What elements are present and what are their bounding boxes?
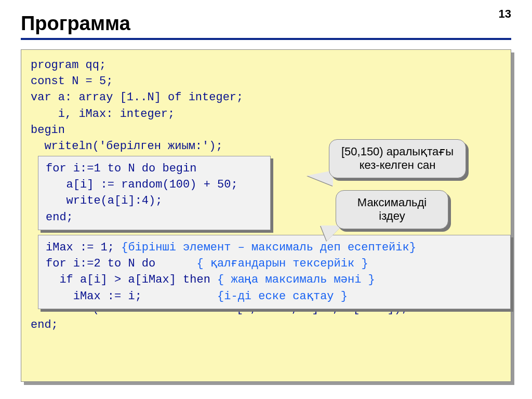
page-number: 13 xyxy=(499,7,511,21)
code-line: for i:=2 to N do { қалғандарын тексерйік… xyxy=(46,256,503,272)
code-text: for i:=2 to N do xyxy=(46,257,196,270)
code-block-find-max: iMax := 1; {бірінші элемент – максималь … xyxy=(38,235,511,309)
code-comment: { жаңа максималь мәні } xyxy=(217,273,375,286)
code-text: if a[i] > a[iMax] then xyxy=(46,273,217,286)
code-line: for i:=1 to N do begin xyxy=(46,161,263,177)
code-line: if a[i] > a[iMax] then { жаңа максималь … xyxy=(46,272,503,288)
code-line: begin xyxy=(31,122,501,138)
code-line: var a: array [1..N] of integer; xyxy=(31,89,501,105)
code-line: i, iMax: integer; xyxy=(31,106,501,122)
code-text: iMax := i; xyxy=(46,290,217,303)
code-line: end; xyxy=(46,209,263,225)
code-line: a[i] := random(100) + 50; xyxy=(46,177,263,193)
code-line: program qq; xyxy=(31,57,501,73)
code-comment: { қалғандарын тексерйік } xyxy=(196,257,368,270)
code-block-loop-fill: for i:=1 to N do begin a[i] := random(10… xyxy=(38,156,271,230)
callout-find-max: Максимальді іздеу xyxy=(336,190,448,229)
callout-random-range: [50,150) аралықтағы кез-келген сан xyxy=(329,139,466,178)
divider xyxy=(21,38,511,40)
code-line: write(a[i]:4); xyxy=(46,193,263,209)
slide: 13 Программа program qq; const N = 5; va… xyxy=(0,0,532,399)
code-text: iMax := 1; xyxy=(46,241,121,254)
code-block-main: program qq; const N = 5; var a: array [1… xyxy=(21,49,511,382)
code-line: end; xyxy=(31,317,501,333)
code-line: iMax := 1; {бірінші элемент – максималь … xyxy=(46,240,503,256)
code-comment: {і-ді еске сақтау } xyxy=(217,290,348,303)
page-title: Программа xyxy=(21,12,511,35)
code-line: const N = 5; xyxy=(31,73,501,89)
code-line: iMax := i; {і-ді еске сақтау } xyxy=(46,288,503,304)
code-comment: {бірінші элемент – максималь деп есептей… xyxy=(121,241,416,254)
